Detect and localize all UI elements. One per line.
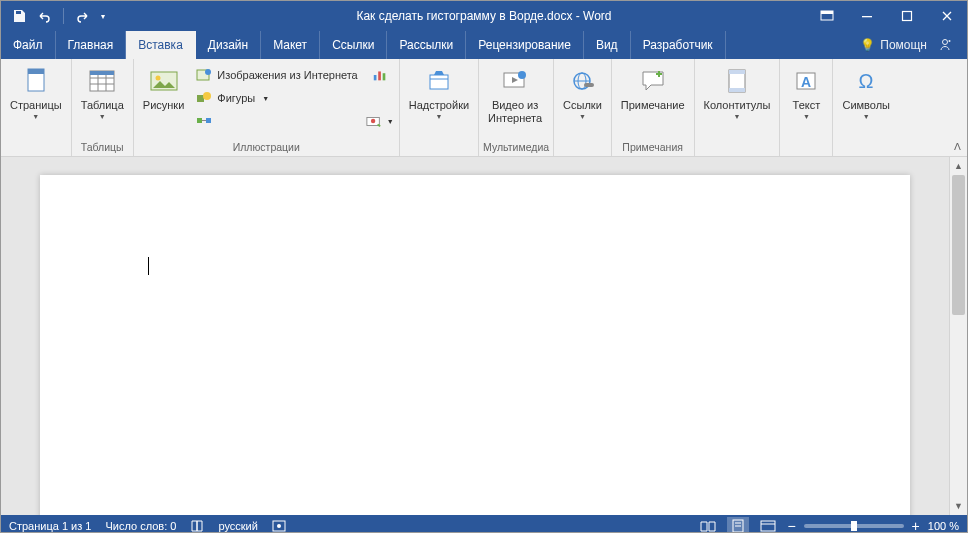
chevron-down-icon: ▼ (579, 113, 586, 120)
svg-point-29 (518, 71, 526, 79)
tab-view[interactable]: Вид (584, 31, 631, 59)
text-button[interactable]: A Текст ▼ (784, 62, 828, 123)
chevron-down-icon: ▼ (262, 95, 269, 102)
tab-insert[interactable]: Вставка (126, 31, 196, 59)
undo-button[interactable] (33, 4, 57, 28)
web-layout-button[interactable] (757, 517, 779, 534)
online-video-button[interactable]: Видео из Интернета (483, 62, 547, 128)
page-indicator[interactable]: Страница 1 из 1 (9, 520, 91, 532)
tab-mailings[interactable]: Рассылки (387, 31, 466, 59)
language-indicator[interactable]: русский (218, 520, 257, 532)
zoom-in-button[interactable]: + (912, 518, 920, 534)
scroll-thumb[interactable] (952, 175, 965, 315)
zoom-slider-thumb[interactable] (851, 521, 857, 531)
scroll-down-button[interactable]: ▼ (950, 497, 967, 515)
ribbon: Страницы ▼ Таблица ▼ Таблицы Рисунки (1, 59, 967, 157)
window-controls (807, 1, 967, 31)
ribbon-tabs: Файл Главная Вставка Дизайн Макет Ссылки… (1, 31, 967, 59)
svg-point-5 (949, 40, 951, 42)
smartart-button[interactable] (191, 110, 362, 132)
minimize-button[interactable] (847, 1, 887, 31)
page-viewport[interactable] (1, 157, 949, 515)
close-button[interactable] (927, 1, 967, 31)
print-layout-button[interactable] (727, 517, 749, 534)
svg-rect-22 (374, 75, 377, 80)
maximize-button[interactable] (887, 1, 927, 31)
chart-button[interactable] (365, 64, 395, 86)
comment-button[interactable]: Примечание (616, 62, 690, 115)
smartart-icon (196, 113, 212, 129)
word-count[interactable]: Число слов: 0 (105, 520, 176, 532)
chevron-down-icon: ▼ (99, 113, 106, 120)
zoom-level[interactable]: 100 % (928, 520, 959, 532)
screenshot-button[interactable]: ▼ (365, 110, 395, 132)
read-mode-button[interactable] (697, 517, 719, 534)
ribbon-options-button[interactable] (807, 1, 847, 31)
qat-customize-button[interactable]: ▾ (96, 4, 110, 28)
macro-button[interactable] (272, 520, 286, 532)
share-button[interactable] (937, 37, 953, 53)
status-bar: Страница 1 из 1 Число слов: 0 русский − … (1, 515, 967, 533)
book-icon (190, 519, 204, 533)
shapes-button[interactable]: Фигуры ▼ (191, 87, 362, 109)
tab-layout[interactable]: Макет (261, 31, 320, 59)
tab-file[interactable]: Файл (1, 31, 56, 59)
collapse-ribbon-button[interactable]: ᐱ (954, 141, 961, 152)
tab-references[interactable]: Ссылки (320, 31, 387, 59)
page[interactable] (40, 175, 910, 515)
chart-icon (372, 67, 388, 83)
symbols-button[interactable]: Ω Символы ▼ (837, 62, 895, 123)
spell-check-button[interactable] (190, 519, 204, 533)
page-icon (20, 65, 52, 97)
svg-rect-35 (729, 88, 745, 92)
text-cursor (148, 257, 149, 275)
zoom-out-button[interactable]: − (787, 518, 795, 534)
svg-rect-21 (206, 118, 211, 123)
svg-rect-23 (378, 71, 381, 80)
scroll-track[interactable] (950, 175, 967, 497)
svg-rect-27 (430, 75, 448, 89)
svg-point-40 (277, 524, 281, 528)
redo-button[interactable] (70, 4, 94, 28)
tab-design[interactable]: Дизайн (196, 31, 261, 59)
tab-developer[interactable]: Разработчик (631, 31, 726, 59)
omega-icon: Ω (850, 65, 882, 97)
store-icon (423, 65, 455, 97)
header-footer-button[interactable]: Колонтитулы ▼ (699, 62, 776, 123)
picture-icon (148, 65, 180, 97)
svg-rect-18 (197, 95, 204, 102)
chevron-down-icon: ▼ (32, 113, 39, 120)
tell-me-button[interactable]: 💡 Помощн (860, 38, 927, 52)
links-button[interactable]: Ссылки ▼ (558, 62, 607, 123)
addins-button[interactable]: Надстройки ▼ (404, 62, 474, 123)
zoom-slider[interactable] (804, 524, 904, 528)
svg-text:Ω: Ω (859, 70, 874, 92)
macro-icon (272, 520, 286, 532)
pictures-button[interactable]: Рисунки (138, 62, 190, 115)
table-icon (86, 65, 118, 97)
svg-rect-32 (584, 83, 594, 87)
svg-text:A: A (801, 74, 811, 90)
online-pictures-button[interactable]: Изображения из Интернета (191, 64, 362, 86)
svg-rect-34 (729, 70, 745, 74)
tab-review[interactable]: Рецензирование (466, 31, 584, 59)
comment-icon (637, 65, 669, 97)
online-picture-icon (196, 67, 212, 83)
share-icon (937, 37, 953, 53)
save-button[interactable] (7, 4, 31, 28)
svg-rect-13 (90, 71, 114, 75)
table-button[interactable]: Таблица ▼ (76, 62, 129, 123)
svg-rect-24 (382, 73, 385, 80)
scroll-up-button[interactable]: ▲ (950, 157, 967, 175)
textbox-icon: A (790, 65, 822, 97)
group-links: Ссылки ▼ (554, 59, 612, 156)
tab-home[interactable]: Главная (56, 31, 127, 59)
qat-separator (63, 8, 64, 24)
pages-button[interactable]: Страницы ▼ (5, 62, 67, 123)
svg-rect-7 (28, 69, 44, 74)
window-title: Как сделать гистограмму в Ворде.docx - W… (356, 9, 611, 23)
vertical-scrollbar[interactable]: ▲ ▼ (949, 157, 967, 515)
chevron-down-icon: ▼ (863, 113, 870, 120)
group-pages: Страницы ▼ (1, 59, 72, 156)
svg-rect-20 (197, 118, 202, 123)
